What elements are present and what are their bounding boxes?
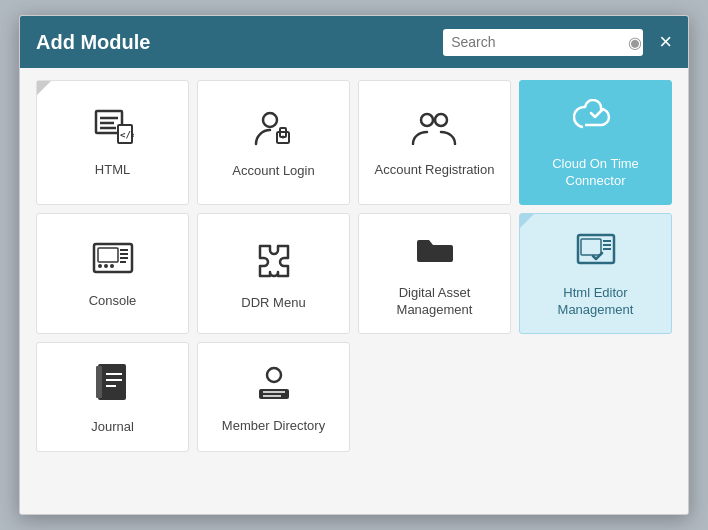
svg-rect-13 [98, 248, 118, 262]
corner-flag-html-editor [520, 214, 534, 228]
svg-point-18 [98, 264, 102, 268]
cloud-on-time-icon [573, 99, 619, 148]
svg-text:</>: </> [120, 130, 134, 140]
module-label-digital-asset: Digital Asset Management [367, 285, 502, 319]
module-label-html: HTML [95, 162, 130, 179]
html-icon: </> [92, 109, 134, 154]
svg-rect-26 [98, 364, 126, 400]
search-clear-button[interactable]: ◉ [626, 33, 644, 52]
svg-point-20 [110, 264, 114, 268]
digital-asset-icon [413, 232, 457, 277]
modal-header: Add Module ◉ × [20, 16, 688, 68]
module-tile-ddr-menu[interactable]: DDR Menu [197, 213, 350, 334]
module-tile-cloud-on-time[interactable]: Cloud On Time Connector [519, 80, 672, 205]
modal-title: Add Module [36, 31, 443, 54]
module-tile-journal[interactable]: Journal [36, 342, 189, 452]
modules-container: </> HTML Account Login [20, 68, 688, 514]
module-label-console: Console [89, 293, 137, 310]
svg-point-11 [435, 114, 447, 126]
account-login-icon [252, 108, 296, 155]
module-label-member-directory: Member Directory [222, 418, 325, 435]
account-registration-icon [411, 109, 459, 154]
module-tile-account-login[interactable]: Account Login [197, 80, 350, 205]
module-label-account-registration: Account Registration [375, 162, 495, 179]
module-tile-console[interactable]: Console [36, 213, 189, 334]
modal-close-button[interactable]: × [659, 31, 672, 53]
svg-rect-27 [96, 366, 102, 398]
module-label-journal: Journal [91, 419, 134, 436]
svg-rect-32 [259, 389, 289, 399]
svg-point-31 [267, 368, 281, 382]
corner-flag-html [37, 81, 51, 95]
module-label-cloud-on-time: Cloud On Time Connector [528, 156, 663, 190]
svg-point-19 [104, 264, 108, 268]
modules-grid: </> HTML Account Login [36, 80, 672, 452]
module-tile-member-directory[interactable]: Member Directory [197, 342, 350, 452]
html-editor-icon [575, 232, 617, 277]
svg-point-9 [281, 136, 284, 139]
search-input[interactable] [451, 34, 626, 50]
module-tile-html-editor[interactable]: Html Editor Management [519, 213, 672, 334]
module-tile-account-registration[interactable]: Account Registration [358, 80, 511, 205]
journal-icon [94, 362, 132, 411]
module-label-account-login: Account Login [232, 163, 314, 180]
add-module-modal: Add Module ◉ × </> [19, 15, 689, 515]
svg-point-6 [263, 113, 277, 127]
module-tile-html[interactable]: </> HTML [36, 80, 189, 205]
console-icon [92, 240, 134, 285]
module-label-html-editor: Html Editor Management [528, 285, 663, 319]
ddr-menu-icon [252, 238, 296, 287]
search-wrapper: ◉ [443, 29, 643, 56]
module-tile-digital-asset[interactable]: Digital Asset Management [358, 213, 511, 334]
module-label-ddr-menu: DDR Menu [241, 295, 305, 312]
svg-rect-22 [581, 239, 601, 255]
member-directory-icon [253, 363, 295, 410]
svg-point-10 [421, 114, 433, 126]
